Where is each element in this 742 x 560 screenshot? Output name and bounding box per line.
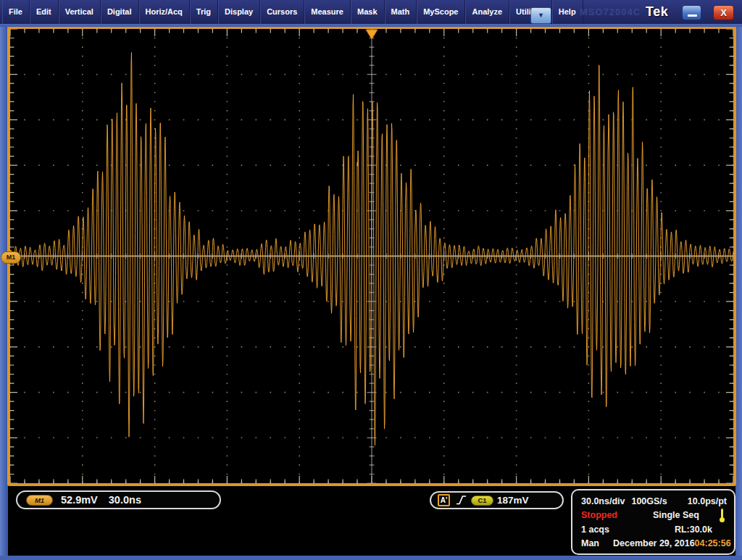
temperature-icon xyxy=(719,509,725,522)
acq-row-datetime: Man December 29, 2016 04:25:56 xyxy=(581,537,727,551)
model-label: MSO72004C xyxy=(580,7,641,17)
menu-item-math[interactable]: Math xyxy=(385,0,417,24)
trigger-position-marker[interactable] xyxy=(366,30,378,39)
thermometer-stem xyxy=(721,509,723,518)
menu-item-vertical[interactable]: Vertical xyxy=(59,0,101,24)
graticule-canvas xyxy=(10,29,733,483)
acquisition-count: 1 acqs xyxy=(581,525,609,535)
minimize-icon xyxy=(688,14,697,17)
m1-readout-values: 52.9mV 30.0ns xyxy=(61,494,141,506)
trigger-level-value: 187mV xyxy=(497,495,529,506)
acquisition-state: Stopped xyxy=(581,510,617,520)
m1-time-value: 30.0ns xyxy=(109,494,141,506)
trigger-readout-pill[interactable]: A' C1 187mV xyxy=(430,491,564,509)
m1-amplitude-value: 52.9mV xyxy=(61,494,98,506)
rising-edge-icon xyxy=(456,495,467,506)
m1-badge: M1 xyxy=(26,495,53,506)
trigger-source-badge: C1 xyxy=(471,496,493,506)
menu-item-horiz-acq[interactable]: Horiz/Acq xyxy=(139,0,190,24)
sample-rate-value: 100GS/s xyxy=(631,496,667,506)
center-crosshair xyxy=(10,29,733,483)
acquisition-status-panel: 30.0ns/div 100GS/s 10.0ps/pt Stopped Sin… xyxy=(571,489,735,555)
menu-item-digital[interactable]: Digital xyxy=(101,0,139,24)
window-edge-bottom xyxy=(0,556,742,560)
tek-logo: Tek xyxy=(646,4,668,20)
menu-item-file[interactable]: File xyxy=(2,0,30,24)
minimize-button[interactable] xyxy=(682,5,701,20)
menu-item-mask[interactable]: Mask xyxy=(351,0,385,24)
time-value: 04:25:56 xyxy=(695,538,731,548)
record-length-value: RL:30.0k xyxy=(675,525,712,535)
menu-item-myscope[interactable]: MyScope xyxy=(417,0,465,24)
menubar-accent-line xyxy=(0,24,742,27)
menu-item-measure[interactable]: Measure xyxy=(304,0,351,24)
window-edge-right xyxy=(735,26,742,560)
m1-readout-pill[interactable]: M1 52.9mV 30.0ns xyxy=(16,490,221,509)
thermometer-bulb xyxy=(720,517,725,522)
menu-overflow-dropdown-button[interactable]: ▼ xyxy=(530,7,551,24)
resolution-value: 10.0ps/pt xyxy=(688,496,727,506)
acq-row-state: Stopped Single Seq xyxy=(581,509,727,522)
trigger-mode-value: Man xyxy=(581,538,599,548)
acq-row-timebase: 30.0ns/div 100GS/s 10.0ps/pt xyxy=(581,494,727,508)
m1-level-marker[interactable]: M1 xyxy=(1,251,21,264)
menu-item-trig[interactable]: Trig xyxy=(190,0,218,24)
waveform-display xyxy=(7,26,736,486)
trigger-event-badge: A' xyxy=(438,494,450,506)
menu-item-display[interactable]: Display xyxy=(218,0,260,24)
acq-row-count: 1 acqs RL:30.0k xyxy=(581,522,727,536)
menu-item-help[interactable]: Help xyxy=(552,0,583,24)
menu-item-edit[interactable]: Edit xyxy=(30,0,59,24)
date-value: December 29, 2016 xyxy=(613,538,695,548)
menu-item-cursors[interactable]: Cursors xyxy=(260,0,304,24)
acquisition-mode: Single Seq xyxy=(653,510,699,520)
timebase-value: 30.0ns/div xyxy=(581,496,625,506)
menu-item-analyze[interactable]: Analyze xyxy=(465,0,509,24)
oscilloscope-app: { "window": { "model": "MSO72004C", "log… xyxy=(0,0,742,560)
close-button[interactable]: X xyxy=(713,5,734,20)
